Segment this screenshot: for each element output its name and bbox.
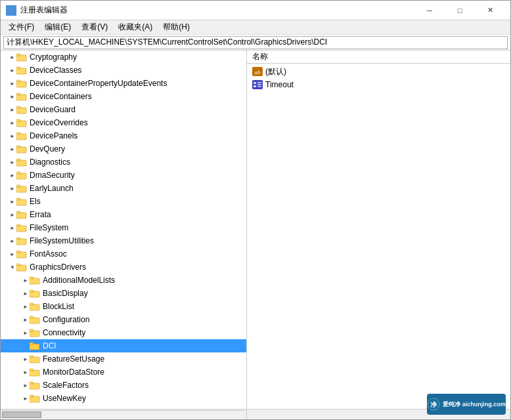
tree-item-fontassoc[interactable]: ► FontAssoc [1, 247, 246, 261]
tree-label-usenewkey: UseNewKey [43, 394, 86, 403]
tree-item-cryptography[interactable]: ► Cryptography [1, 51, 246, 64]
tree-arrow-devicecontainers[interactable]: ► [9, 90, 16, 103]
tree-arrow-usenewkey[interactable]: ► [22, 392, 30, 405]
tree-arrow-blocklist[interactable]: ► [22, 300, 30, 313]
registry-entry-default[interactable]: ab (默认) [247, 65, 510, 78]
tree-arrow-scalefactors[interactable]: ► [22, 379, 30, 392]
tree-item-connectivity[interactable]: ► Connectivity [1, 326, 246, 339]
tree-arrow-basicdisplay[interactable]: ► [22, 287, 30, 300]
tree-arrow-monitordatastore[interactable]: ► [22, 366, 30, 379]
right-content[interactable]: ab (默认) Timeout [247, 64, 510, 409]
tree-arrow-additionalmodelists[interactable]: ► [22, 274, 30, 287]
menu-item-e[interactable]: 编辑(E) [39, 20, 76, 35]
svg-rect-38 [30, 278, 39, 284]
folder-icon-graphicsdrivers [16, 262, 27, 272]
tree-arrow-devquery[interactable]: ► [9, 142, 16, 156]
tree-item-devicecontainerpropertyupdateevents[interactable]: ► DeviceContainerPropertyUpdateEvents [1, 77, 246, 90]
tree-arrow-devicecontainerpropertyupdateevents[interactable]: ► [9, 77, 16, 90]
folder-icon-deviceclasses [16, 66, 27, 75]
tree-arrow-deviceguard[interactable]: ► [9, 103, 16, 116]
tree-arrow-configuration[interactable]: ► [22, 313, 30, 326]
folder-icon-devquery [16, 144, 27, 154]
tree-label-scalefactors: ScaleFactors [43, 381, 89, 390]
tree-item-deviceclasses[interactable]: ► DeviceClasses [1, 64, 246, 77]
folder-icon-deviceguard [16, 105, 27, 114]
tree-item-configuration[interactable]: ► Configuration [1, 313, 246, 326]
svg-rect-24 [16, 186, 26, 192]
tree-arrow-errata[interactable]: ► [9, 208, 16, 221]
svg-rect-56 [30, 396, 39, 402]
tree-item-basicdisplay[interactable]: ► BasicDisplay [1, 287, 246, 300]
svg-rect-26 [16, 200, 26, 205]
tree-item-filesystemutilities[interactable]: ► FileSystemUtilities [1, 234, 246, 247]
tree-arrow-diagnostics[interactable]: ► [9, 156, 16, 169]
svg-rect-41 [30, 290, 33, 292]
folder-icon-devicecontainers [16, 92, 27, 101]
tree-label-blocklist: BlockList [43, 302, 74, 311]
tree-arrow-filesystemutilities[interactable]: ► [9, 234, 16, 247]
tree-item-devicepanels[interactable]: ► DevicePanels [1, 129, 246, 142]
tree-item-earlylaunch[interactable]: ► EarlyLaunch [1, 182, 246, 195]
tree-arrow-featuresetusage[interactable]: ► [22, 352, 30, 366]
svg-rect-48 [30, 344, 39, 350]
tree-item-scalefactors[interactable]: ► ScaleFactors [1, 379, 246, 392]
tree-label-additionalmodelists: AdditionalModelLists [43, 276, 115, 285]
tree-arrow-deviceclasses[interactable]: ► [9, 64, 16, 77]
tree-item-diagnostics[interactable]: ► Diagnostics [1, 156, 246, 169]
tree-item-graphicsdrivers[interactable]: ▼ GraphicsDrivers [1, 261, 246, 274]
folder-icon-filesystemutilities [16, 236, 27, 245]
address-input[interactable] [3, 36, 508, 49]
svg-rect-61 [254, 82, 256, 84]
tree-item-blocklist[interactable]: ► BlockList [1, 300, 246, 313]
svg-rect-27 [16, 198, 20, 200]
tree-scroll[interactable]: ► Cryptography► DeviceClasses► DeviceCon… [1, 51, 246, 409]
tree-item-featuresetusage[interactable]: ► FeatureSetUsage [1, 352, 246, 366]
maximize-button[interactable]: □ [445, 1, 475, 20]
svg-rect-42 [30, 304, 39, 310]
tree-arrow-filesystem[interactable]: ► [9, 221, 16, 234]
minimize-button[interactable]: ─ [414, 1, 445, 20]
tree-item-deviceoverrides[interactable]: ► DeviceOverrides [1, 116, 246, 129]
svg-rect-54 [30, 383, 39, 389]
tree-label-monitordatastore: MonitorDataStore [43, 368, 104, 377]
svg-rect-47 [30, 329, 33, 331]
svg-rect-40 [30, 291, 39, 297]
menu-item-v[interactable]: 查看(V) [76, 20, 113, 35]
svg-rect-30 [16, 226, 26, 232]
tree-arrow-connectivity[interactable]: ► [22, 326, 30, 339]
tree-arrow-earlylaunch[interactable]: ► [9, 182, 16, 195]
menu-item-h[interactable]: 帮助(H) [158, 20, 195, 35]
tree-arrow-cryptography[interactable]: ► [9, 51, 16, 64]
tree-item-additionalmodelists[interactable]: ► AdditionalModelLists [1, 274, 246, 287]
close-button[interactable]: ✕ [475, 1, 505, 20]
tree-hscroll[interactable] [1, 410, 247, 419]
tree-item-dci[interactable]: DCI [1, 339, 246, 352]
tree-item-filesystem[interactable]: ► FileSystem [1, 221, 246, 234]
svg-rect-22 [16, 173, 26, 179]
svg-rect-39 [30, 277, 33, 279]
tree-item-devicecontainers[interactable]: ► DeviceContainers [1, 90, 246, 103]
tree-arrow-fontassoc[interactable]: ► [9, 247, 16, 261]
tree-item-deviceguard[interactable]: ► DeviceGuard [1, 103, 246, 116]
watermark-text: 爱纯净 aichunjing.com [443, 400, 506, 409]
tree-item-dmasecurity[interactable]: ► DmaSecurity [1, 169, 246, 182]
folder-icon-errata [16, 210, 27, 219]
tree-item-errata[interactable]: ► Errata [1, 208, 246, 221]
tree-arrow-deviceoverrides[interactable]: ► [9, 116, 16, 129]
menu-item-a[interactable]: 收藏夹(A) [113, 20, 158, 35]
menu-item-f[interactable]: 文件(F) [3, 20, 39, 35]
tree-arrow-els[interactable]: ► [9, 195, 16, 208]
registry-entry-timeout[interactable]: Timeout [247, 78, 510, 91]
folder-icon-blocklist [30, 302, 40, 311]
tree-item-usenewkey[interactable]: ► UseNewKey [1, 392, 246, 405]
svg-rect-57 [30, 395, 33, 397]
tree-label-connectivity: Connectivity [43, 328, 85, 337]
tree-item-els[interactable]: ► Els [1, 195, 246, 208]
entry-icon-timeout [252, 80, 263, 89]
tree-arrow-dmasecurity[interactable]: ► [9, 169, 16, 182]
tree-item-devquery[interactable]: ► DevQuery [1, 142, 246, 156]
tree-item-monitordatastore[interactable]: ► MonitorDataStore [1, 366, 246, 379]
tree-arrow-graphicsdrivers[interactable]: ▼ [9, 261, 16, 274]
tree-arrow-devicepanels[interactable]: ► [9, 129, 16, 142]
svg-rect-23 [16, 172, 20, 174]
